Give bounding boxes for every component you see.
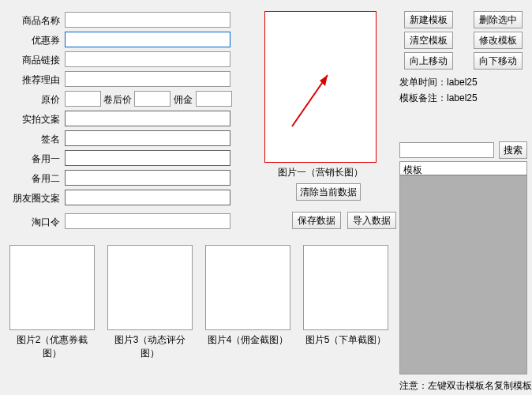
label-taokouling: 淘口令 bbox=[16, 216, 60, 229]
label-moments: 朋友圈文案 bbox=[6, 192, 60, 205]
template-list-header: 模板 bbox=[399, 161, 527, 175]
note-text: 注意：左键双击模板名复制模板 bbox=[399, 379, 532, 393]
image5-label: 图片5（下单截图） bbox=[303, 333, 388, 347]
image5-box[interactable] bbox=[303, 245, 388, 330]
move-down-button[interactable]: 向下移动 bbox=[474, 52, 523, 70]
label-product-name: 商品名称 bbox=[16, 14, 60, 28]
image4-label: 图片4（佣金截图） bbox=[205, 333, 290, 347]
signature-input[interactable] bbox=[65, 130, 230, 146]
image4-box[interactable] bbox=[205, 245, 290, 330]
image2-label: 图片2（优惠券截图） bbox=[9, 333, 95, 360]
label-recommend-reason: 推荐理由 bbox=[16, 73, 60, 87]
search-button[interactable]: 搜索 bbox=[499, 141, 527, 159]
taokouling-input[interactable] bbox=[65, 213, 230, 229]
coupon-input[interactable] bbox=[65, 32, 230, 47]
label-product-link: 商品链接 bbox=[16, 54, 60, 67]
search-input[interactable] bbox=[399, 142, 494, 158]
image1-label: 图片一（营销长图） bbox=[264, 166, 377, 179]
move-up-button[interactable]: 向上移动 bbox=[404, 52, 453, 70]
label-remark2: 备用二 bbox=[16, 172, 60, 186]
image3-box[interactable] bbox=[107, 245, 193, 330]
edit-template-button[interactable]: 修改模板 bbox=[474, 32, 523, 49]
image3-label: 图片3（动态评分图） bbox=[107, 333, 193, 360]
remark2-input[interactable] bbox=[65, 170, 230, 186]
label-remark1: 备用一 bbox=[16, 152, 60, 166]
remark1-input[interactable] bbox=[65, 150, 230, 166]
import-button[interactable]: 导入数据 bbox=[347, 212, 396, 229]
image1-box[interactable] bbox=[264, 11, 377, 163]
label-commission: 佣金 bbox=[174, 93, 193, 107]
after-coupon-input[interactable] bbox=[134, 91, 170, 107]
orig-price-input[interactable] bbox=[65, 91, 101, 107]
clear-template-button[interactable]: 清空模板 bbox=[404, 32, 453, 49]
template-list[interactable] bbox=[399, 175, 527, 374]
label-orig-price: 原价 bbox=[16, 93, 60, 107]
label-after-coupon: 卷后价 bbox=[103, 93, 132, 107]
delete-selected-button[interactable]: 删除选中 bbox=[474, 11, 523, 28]
template-remark-label: 模板备注：label25 bbox=[399, 92, 478, 105]
product-name-input[interactable] bbox=[65, 12, 230, 28]
product-link-input[interactable] bbox=[65, 51, 230, 67]
clear-current-button[interactable]: 清除当前数据 bbox=[296, 183, 361, 201]
new-template-button[interactable]: 新建模板 bbox=[404, 11, 453, 28]
moments-input[interactable] bbox=[65, 190, 230, 205]
label-coupon: 优惠券 bbox=[16, 34, 60, 47]
label-real-shot: 实拍文案 bbox=[16, 113, 60, 126]
save-button[interactable]: 保存数据 bbox=[292, 212, 341, 229]
commission-input[interactable] bbox=[196, 91, 232, 107]
image2-box[interactable] bbox=[9, 245, 95, 330]
label-signature: 签名 bbox=[16, 133, 60, 146]
recommend-reason-input[interactable] bbox=[65, 71, 230, 87]
real-shot-input[interactable] bbox=[65, 111, 230, 126]
order-time-label: 发单时间：label25 bbox=[399, 76, 478, 89]
